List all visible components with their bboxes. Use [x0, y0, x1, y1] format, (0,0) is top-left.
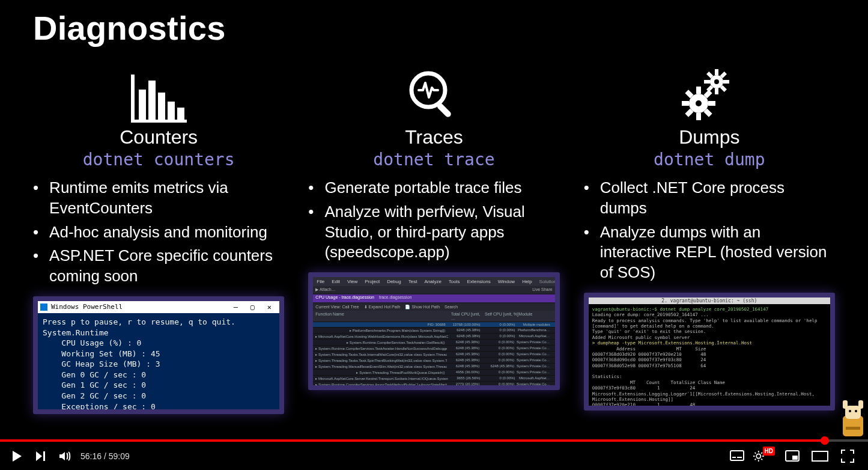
svg-point-37 — [756, 454, 760, 458]
bullet: Generate portable trace files — [308, 178, 559, 198]
vs-menubar: FileEditViewProjectDebugTestAnalyzeTools… — [313, 277, 554, 286]
svg-rect-35 — [732, 457, 736, 458]
svg-rect-36 — [737, 457, 742, 458]
screenshot-terminal: 2. vagrant@ubuntu-bionic: ~ (ssh) vagran… — [584, 293, 835, 410]
vs-columns: Function NameTotal CPU [unit, …Self CPU … — [313, 311, 554, 322]
window-titlebar: Windows PowerShell —▢✕ — [38, 301, 279, 313]
svg-rect-0 — [139, 90, 146, 120]
svg-line-44 — [761, 452, 762, 453]
svg-rect-20 — [682, 101, 689, 106]
console-output: Press p to pause, r to resume, q to quit… — [43, 317, 275, 412]
gears-icon — [679, 69, 739, 123]
player-controls: 56:16 / 59:09 HD — [0, 442, 868, 470]
column-dumps: Dumps dotnet dump Collect .NET Core proc… — [584, 66, 835, 414]
bullet: Collect .NET Core process dumps — [584, 178, 835, 219]
screenshot-powershell: Windows PowerShell —▢✕ Press p to pause,… — [33, 296, 284, 414]
svg-rect-29 — [843, 400, 848, 409]
svg-rect-8 — [715, 69, 718, 75]
svg-rect-47 — [792, 456, 798, 460]
next-button[interactable] — [29, 444, 53, 468]
terminal-output: vagrant@ubuntu-bionic:~$ dotnet dump ana… — [592, 307, 827, 410]
svg-rect-9 — [715, 88, 718, 94]
settings-button[interactable]: HD — [753, 444, 777, 468]
window-title: Windows PowerShell — [51, 303, 123, 312]
volume-button[interactable] — [53, 444, 77, 468]
screenshot-visualstudio: FileEditViewProjectDebugTestAnalyzeTools… — [308, 272, 559, 390]
svg-rect-4 — [177, 108, 184, 120]
svg-point-16 — [714, 79, 719, 84]
column-traces: Traces dotnet trace Generate portable tr… — [308, 66, 559, 414]
vs-toolbar: ▶ Attach… Live Share — [313, 286, 554, 293]
column-counters: Counters dotnet counters Runtime emits m… — [33, 66, 284, 414]
bullet: Analyze with perfview, Visual Studio, or… — [308, 202, 559, 263]
svg-rect-30 — [858, 400, 863, 409]
vs-subtoolbar: Current View: Call Tree⬇ Expand Hot Path… — [313, 304, 554, 311]
window-controls: —▢✕ — [228, 302, 277, 312]
bullet: Analyze dumps with an interactive REPL (… — [584, 222, 835, 283]
time-display: 56:16 / 59:09 — [80, 451, 130, 461]
svg-point-31 — [849, 410, 851, 412]
bullet: ASP.NET Core specific counters coming so… — [33, 246, 284, 287]
svg-rect-33 — [846, 427, 860, 430]
svg-line-43 — [761, 459, 762, 460]
svg-rect-48 — [812, 451, 828, 461]
column-title: Traces — [308, 126, 559, 148]
powershell-icon — [40, 304, 47, 311]
svg-rect-28 — [845, 406, 861, 419]
svg-point-32 — [855, 410, 857, 412]
quality-badge: HD — [763, 447, 775, 456]
miniplayer-button[interactable] — [780, 444, 804, 468]
svg-rect-19 — [696, 113, 701, 120]
svg-rect-18 — [696, 87, 701, 94]
bullet: Ad-hoc analysis and monitoring — [33, 222, 284, 243]
bullet: Runtime emits metrics via EventCounters — [33, 178, 284, 219]
svg-rect-2 — [158, 93, 165, 120]
column-command: dotnet trace — [308, 150, 559, 169]
svg-rect-1 — [148, 81, 156, 120]
svg-rect-3 — [168, 102, 175, 120]
bullet-list: Collect .NET Core process dumps Analyze … — [584, 178, 835, 283]
svg-rect-27 — [843, 416, 863, 436]
vs-rows: PID: 3068813768 (100.00%)0 (0.00%)Multip… — [313, 322, 554, 390]
svg-rect-21 — [708, 101, 715, 106]
svg-line-42 — [755, 452, 756, 453]
column-title: Counters — [33, 126, 284, 148]
svg-rect-10 — [704, 80, 710, 84]
svg-point-26 — [696, 100, 702, 106]
bar-chart-icon — [130, 75, 187, 123]
column-command: dotnet dump — [584, 150, 835, 169]
svg-line-45 — [755, 459, 756, 460]
column-command: dotnet counters — [33, 150, 284, 169]
fullscreen-button[interactable] — [836, 444, 860, 468]
svg-rect-6 — [436, 102, 452, 118]
column-title: Dumps — [584, 126, 835, 148]
slide-columns: Counters dotnet counters Runtime emits m… — [33, 66, 835, 414]
terminal-title: 2. vagrant@ubuntu-bionic: ~ (ssh) — [589, 298, 830, 304]
magnifier-pulse-icon — [407, 69, 461, 123]
subtitles-button[interactable] — [725, 444, 749, 468]
svg-rect-11 — [723, 80, 729, 84]
bullet-list: Generate portable trace files Analyze wi… — [308, 178, 559, 263]
play-button[interactable] — [5, 444, 29, 468]
bullet-list: Runtime emits metrics via EventCounters … — [33, 178, 284, 287]
theater-button[interactable] — [808, 444, 832, 468]
vs-tab: CPU Usage - trace.diagsession trace.diag… — [313, 295, 554, 302]
svg-rect-34 — [730, 451, 744, 460]
mascot-icon — [837, 397, 868, 439]
slide-title: Diagnostics — [33, 8, 835, 47]
